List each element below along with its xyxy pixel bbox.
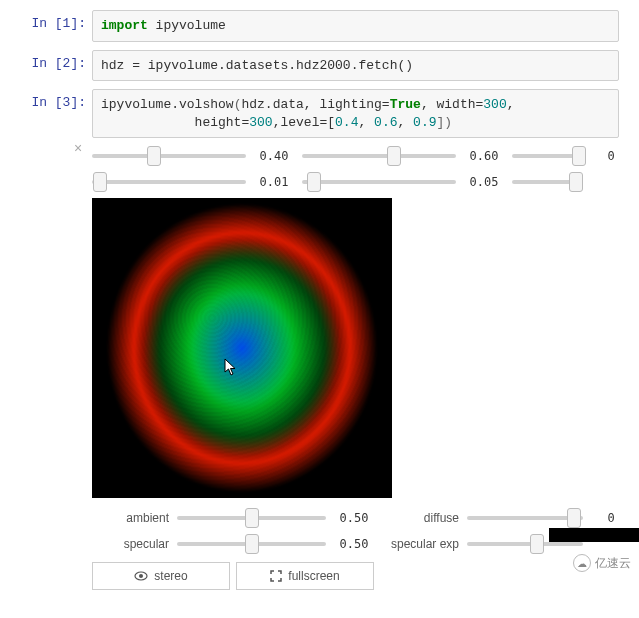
diffuse-value: 0	[583, 511, 639, 525]
redaction-bar	[549, 528, 639, 542]
specular-label: specular	[92, 537, 177, 551]
stereo-button[interactable]: stereo	[92, 562, 230, 590]
prompt-1: In [1]:	[10, 10, 92, 42]
level1-slider[interactable]	[92, 146, 246, 166]
ambient-value: 0.50	[326, 511, 382, 525]
opacity3-slider[interactable]	[512, 172, 583, 192]
fullscreen-icon	[270, 570, 282, 582]
widget-output: × 0.40 0.60 0 0.01	[92, 146, 639, 590]
volume-canvas[interactable]	[92, 198, 392, 498]
diffuse-label: diffuse	[382, 511, 467, 525]
keyword-import: import	[101, 18, 148, 33]
watermark: ☁ 亿速云	[573, 554, 631, 572]
specular-value: 0.50	[326, 537, 382, 551]
fullscreen-button[interactable]: fullscreen	[236, 562, 374, 590]
code-cell-2: In [2]: hdz = ipyvolume.datasets.hdz2000…	[10, 50, 639, 82]
prompt-3: In [3]:	[10, 89, 92, 138]
level2-slider[interactable]	[302, 146, 456, 166]
code-input-1[interactable]: import ipyvolume	[92, 10, 619, 42]
prompt-2: In [2]:	[10, 50, 92, 82]
opacity-slider-row: 0.01 0.05	[92, 172, 639, 192]
specular-slider[interactable]	[177, 534, 326, 554]
level3-slider[interactable]	[512, 146, 583, 166]
level-slider-row-1: 0.40 0.60 0	[92, 146, 639, 166]
lighting-row-1: ambient 0.50 diffuse 0	[92, 508, 639, 528]
opacity1-slider[interactable]	[92, 172, 246, 192]
code-cell-1: In [1]: import ipyvolume	[10, 10, 639, 42]
code-input-2[interactable]: hdz = ipyvolume.datasets.hdz2000.fetch()	[92, 50, 619, 82]
code-input-3[interactable]: ipyvolume.volshow(hdz.data, lighting=Tru…	[92, 89, 619, 138]
close-icon[interactable]: ×	[74, 140, 82, 156]
code-cell-3: In [3]: ipyvolume.volshow(hdz.data, ligh…	[10, 89, 639, 138]
cloud-icon: ☁	[573, 554, 591, 572]
level3-value: 0	[583, 149, 639, 163]
level2-value: 0.60	[456, 149, 512, 163]
opacity2-value: 0.05	[456, 175, 512, 189]
diffuse-slider[interactable]	[467, 508, 583, 528]
svg-point-1	[139, 574, 143, 578]
opacity2-slider[interactable]	[302, 172, 456, 192]
level1-value: 0.40	[246, 149, 302, 163]
opacity1-value: 0.01	[246, 175, 302, 189]
ambient-label: ambient	[92, 511, 177, 525]
ambient-slider[interactable]	[177, 508, 326, 528]
specular-exp-label: specular exp	[382, 537, 467, 551]
eye-icon	[134, 571, 148, 581]
